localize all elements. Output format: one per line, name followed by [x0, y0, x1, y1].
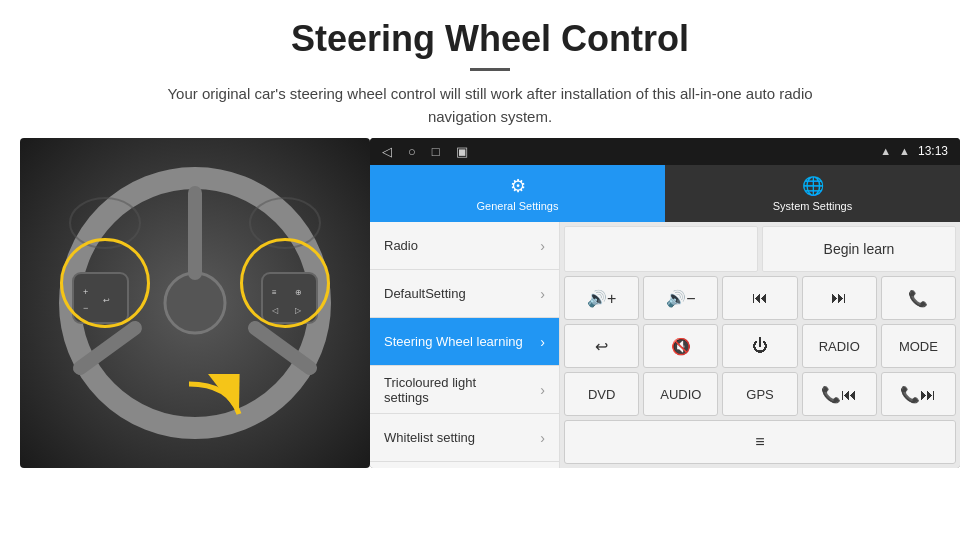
volume-down-button[interactable]: 🔊−	[643, 276, 718, 320]
hamburger-icon: ≡	[755, 433, 764, 451]
row-1: 🔊+ 🔊− ⏮ ⏭ 📞	[564, 276, 956, 320]
audio-label: AUDIO	[660, 387, 701, 402]
blank-cell	[564, 226, 758, 272]
wifi-icon: ▲	[880, 145, 891, 157]
chevron-icon-steering: ›	[540, 334, 545, 350]
call-back-button[interactable]: ↩	[564, 324, 639, 368]
row-2: ↩ 🔇 ⏻ RADIO MODE	[564, 324, 956, 368]
gear-settings-icon: ⚙	[510, 175, 526, 197]
subtitle-text: Your original car's steering wheel contr…	[140, 83, 840, 128]
menu-whitelist-label: Whitelist setting	[384, 430, 540, 445]
phone-icon: 📞	[908, 289, 928, 308]
mute-button[interactable]: 🔇	[643, 324, 718, 368]
menu-item-default-setting[interactable]: DefaultSetting ›	[370, 270, 559, 318]
recents-icon[interactable]: □	[432, 144, 440, 159]
status-right: ▲ ▲ 13:13	[880, 144, 948, 158]
menu-radio-label: Radio	[384, 238, 540, 253]
audio-button[interactable]: AUDIO	[643, 372, 718, 416]
prev-track-button[interactable]: ⏮	[722, 276, 797, 320]
tab-general-label: General Settings	[477, 200, 559, 212]
svg-text:+: +	[83, 287, 88, 297]
radio-button[interactable]: RADIO	[802, 324, 877, 368]
next-track-icon: ⏭	[831, 289, 847, 307]
power-icon: ⏻	[752, 337, 768, 355]
content-area: + − ↩ ≡ ⊕ ◁ ▷	[0, 138, 980, 549]
tab-system-settings[interactable]: 🌐 System Settings	[665, 165, 960, 222]
dvd-button[interactable]: DVD	[564, 372, 639, 416]
title-divider	[470, 68, 510, 71]
svg-text:↩: ↩	[103, 296, 110, 305]
mode-label: MODE	[899, 339, 938, 354]
chevron-icon-radio: ›	[540, 238, 545, 254]
menu-tricolour-label: Tricoloured lightsettings	[384, 375, 540, 405]
menu-item-steering[interactable]: Steering Wheel learning ›	[370, 318, 559, 366]
svg-rect-9	[262, 273, 317, 323]
menu-default-label: DefaultSetting	[384, 286, 540, 301]
phone-prev-button[interactable]: 📞⏮	[802, 372, 877, 416]
svg-rect-5	[73, 273, 128, 323]
menu-item-tricolour[interactable]: Tricoloured lightsettings ›	[370, 366, 559, 414]
begin-learn-button[interactable]: Begin learn	[762, 226, 956, 272]
steering-wheel-bg: + − ↩ ≡ ⊕ ◁ ▷	[20, 138, 370, 468]
android-ui-panel: ◁ ○ □ ▣ ▲ ▲ 13:13 ⚙ General Settings	[370, 138, 960, 468]
menu-list: Radio › DefaultSetting › Steering Wheel …	[370, 222, 560, 468]
radio-label: RADIO	[819, 339, 860, 354]
page-container: Steering Wheel Control Your original car…	[0, 0, 980, 549]
page-title: Steering Wheel Control	[40, 18, 940, 60]
gps-button[interactable]: GPS	[722, 372, 797, 416]
arrow-container	[179, 374, 259, 438]
mute-icon: 🔇	[671, 337, 691, 356]
chevron-icon-tricolour: ›	[540, 382, 545, 398]
phone-next-button[interactable]: 📞⏭	[881, 372, 956, 416]
call-back-icon: ↩	[595, 337, 608, 356]
home-icon[interactable]: ○	[408, 144, 416, 159]
menu-item-radio[interactable]: Radio ›	[370, 222, 559, 270]
next-track-button[interactable]: ⏭	[802, 276, 877, 320]
dvd-label: DVD	[588, 387, 615, 402]
tab-general-settings[interactable]: ⚙ General Settings	[370, 165, 665, 222]
menu-item-whitelist[interactable]: Whitelist setting ›	[370, 414, 559, 462]
time-display: 13:13	[918, 144, 948, 158]
signal-icon: ▲	[899, 145, 910, 157]
svg-text:−: −	[83, 303, 88, 313]
menu-steering-label: Steering Wheel learning	[384, 334, 540, 349]
header-section: Steering Wheel Control Your original car…	[0, 0, 980, 138]
svg-point-1	[165, 273, 225, 333]
prev-track-icon: ⏮	[752, 289, 768, 307]
menu-icon-button[interactable]: ≡	[564, 420, 956, 464]
svg-text:⊕: ⊕	[295, 288, 302, 297]
phone-prev-icon: 📞⏮	[821, 385, 857, 404]
phone-next-icon: 📞⏭	[900, 385, 936, 404]
gps-label: GPS	[746, 387, 773, 402]
mode-button[interactable]: MODE	[881, 324, 956, 368]
chevron-icon-default: ›	[540, 286, 545, 302]
svg-text:▷: ▷	[295, 306, 302, 315]
volume-up-button[interactable]: 🔊+	[564, 276, 639, 320]
row-4: ≡	[564, 420, 956, 464]
power-button[interactable]: ⏻	[722, 324, 797, 368]
top-row: Begin learn	[564, 226, 956, 272]
volume-down-icon: 🔊−	[666, 289, 695, 308]
control-grid: Begin learn 🔊+ 🔊− ⏮	[560, 222, 960, 468]
row-3: DVD AUDIO GPS 📞⏮ 📞⏭	[564, 372, 956, 416]
chevron-icon-whitelist: ›	[540, 430, 545, 446]
menu-area: Radio › DefaultSetting › Steering Wheel …	[370, 222, 960, 468]
svg-text:◁: ◁	[272, 306, 279, 315]
tab-bar: ⚙ General Settings 🌐 System Settings	[370, 165, 960, 222]
phone-button[interactable]: 📞	[881, 276, 956, 320]
volume-up-icon: 🔊+	[587, 289, 616, 308]
tab-system-label: System Settings	[773, 200, 852, 212]
status-bar: ◁ ○ □ ▣ ▲ ▲ 13:13	[370, 138, 960, 165]
screenshot-icon[interactable]: ▣	[456, 144, 468, 159]
status-icons: ◁ ○ □ ▣	[382, 144, 468, 159]
globe-icon: 🌐	[802, 175, 824, 197]
svg-text:≡: ≡	[272, 288, 277, 297]
back-icon[interactable]: ◁	[382, 144, 392, 159]
steering-wheel-panel: + − ↩ ≡ ⊕ ◁ ▷	[20, 138, 370, 468]
